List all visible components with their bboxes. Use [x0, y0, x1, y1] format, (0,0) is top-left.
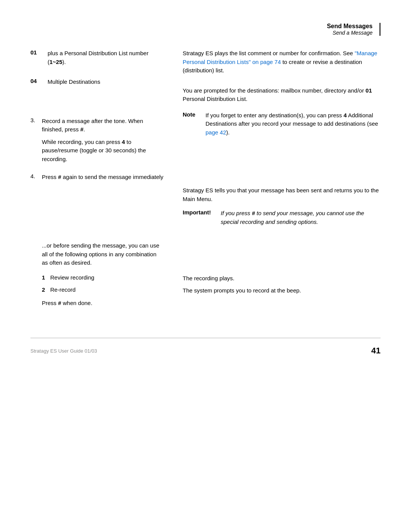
- step-3-subtext: While recording, you can press 4 to paus…: [42, 138, 164, 164]
- before-options-row: ...or before sending the message, you ca…: [30, 241, 381, 267]
- key-01-content: plus a Personal Distribution List number…: [48, 49, 164, 66]
- option-1-left: 1 Review recording: [30, 274, 175, 281]
- important-hash: #: [252, 210, 255, 216]
- note-content: If you forget to enter any destination(s…: [206, 111, 381, 137]
- step-3-num: 3.: [30, 117, 42, 123]
- footer: Stratagy ES User Guide 01/03 41: [30, 346, 381, 356]
- header-wrapper: Send Messages Send a Message: [30, 23, 381, 36]
- press-when-done-left: Press # when done.: [30, 299, 175, 308]
- right-01-link[interactable]: "Manage Personal Distribution Lists" on …: [183, 50, 377, 65]
- step-4: 4. Press # again to send the message imm…: [30, 173, 164, 182]
- step-4-text: Press # again to send the message immedi…: [42, 173, 164, 182]
- right-step4-text: Stratagy ES tells you that your message …: [183, 186, 381, 203]
- footer-right: 41: [371, 346, 381, 356]
- separator: [30, 338, 381, 338]
- right-column: Stratagy ES plays the list comment or nu…: [175, 49, 381, 234]
- right-04: You are prompted for the destinations: m…: [183, 86, 381, 104]
- press-hash: #: [58, 300, 61, 306]
- key-01-bold: 1~25: [49, 59, 62, 65]
- important-block: Important! If you press # to send your m…: [183, 209, 381, 226]
- option-1-item: 1 Review recording: [42, 274, 164, 281]
- note-label: Note: [183, 111, 206, 118]
- step-4-hash: #: [58, 174, 61, 180]
- right-step4: Stratagy ES tells you that your message …: [183, 186, 381, 203]
- page-container: Send Messages Send a Message 01 plus a P…: [0, 0, 411, 532]
- press-when-done-right: [175, 299, 381, 308]
- step-4-content: Press # again to send the message immedi…: [42, 173, 164, 182]
- before-options-left: ...or before sending the message, you ca…: [30, 241, 175, 267]
- key-step-01: 01 plus a Personal Distribution List num…: [30, 49, 164, 66]
- option-1-row: 1 Review recording The recording plays.: [30, 274, 381, 283]
- step-3-content: Record a message after the tone. When fi…: [42, 117, 164, 164]
- key-04: 04: [30, 78, 48, 84]
- important-label: Important!: [183, 209, 221, 216]
- important-text: If you press # to send your message, you…: [221, 209, 381, 226]
- header-subtitle: Send a Message: [327, 30, 373, 36]
- option-1-text: Review recording: [50, 274, 94, 281]
- step-3-hash: #: [80, 126, 83, 133]
- header-title: Send Messages: [327, 23, 373, 30]
- option-2-right: The system prompts you to record at the …: [175, 286, 381, 295]
- footer-left: Stratagy ES User Guide 01/03: [30, 348, 97, 354]
- note-text: If you forget to enter any destination(s…: [206, 111, 381, 137]
- option-2-left: 2 Re-record: [30, 286, 175, 293]
- note-link[interactable]: page 42: [206, 129, 226, 136]
- key-step-04: 04 Multiple Destinations: [30, 78, 164, 86]
- important-content: If you press # to send your message, you…: [221, 209, 381, 226]
- step-3-text: Record a message after the tone. When fi…: [42, 117, 164, 134]
- right-04-text: You are prompted for the destinations: m…: [183, 86, 381, 104]
- key-01: 01: [30, 49, 48, 56]
- press-when-done-row: Press # when done.: [30, 299, 381, 308]
- option-1-num: 1: [42, 274, 50, 281]
- note-bold: 4: [344, 112, 347, 118]
- note-block: Note If you forget to enter any destinat…: [183, 111, 381, 137]
- press-when-done-text: Press # when done.: [42, 299, 164, 308]
- step-3-bold4: 4: [122, 139, 125, 145]
- option-1-response: The recording plays.: [183, 274, 381, 283]
- step-3: 3. Record a message after the tone. When…: [30, 117, 164, 164]
- right-01-text: Stratagy ES plays the list comment or nu…: [183, 49, 381, 75]
- step-4-num: 4.: [30, 173, 42, 179]
- header-box: Send Messages Send a Message: [327, 23, 381, 36]
- option-2-response: The system prompts you to record at the …: [183, 286, 381, 295]
- option-2-row: 2 Re-record The system prompts you to re…: [30, 286, 381, 295]
- right-01: Stratagy ES plays the list comment or nu…: [183, 49, 381, 75]
- option-1-right: The recording plays.: [175, 274, 381, 283]
- key-01-text: plus a Personal Distribution List number…: [48, 49, 164, 66]
- before-options-text: ...or before sending the message, you ca…: [42, 241, 164, 267]
- right-04-bold: 01: [366, 87, 372, 94]
- option-2-num: 2: [42, 286, 50, 293]
- option-2-text: Re-record: [50, 286, 76, 293]
- key-04-text: Multiple Destinations: [48, 78, 164, 86]
- before-options-right: [175, 241, 381, 267]
- key-04-content: Multiple Destinations: [48, 78, 164, 86]
- left-column: 01 plus a Personal Distribution List num…: [30, 49, 175, 234]
- option-2-item: 2 Re-record: [42, 286, 164, 293]
- main-content: 01 plus a Personal Distribution List num…: [30, 49, 381, 234]
